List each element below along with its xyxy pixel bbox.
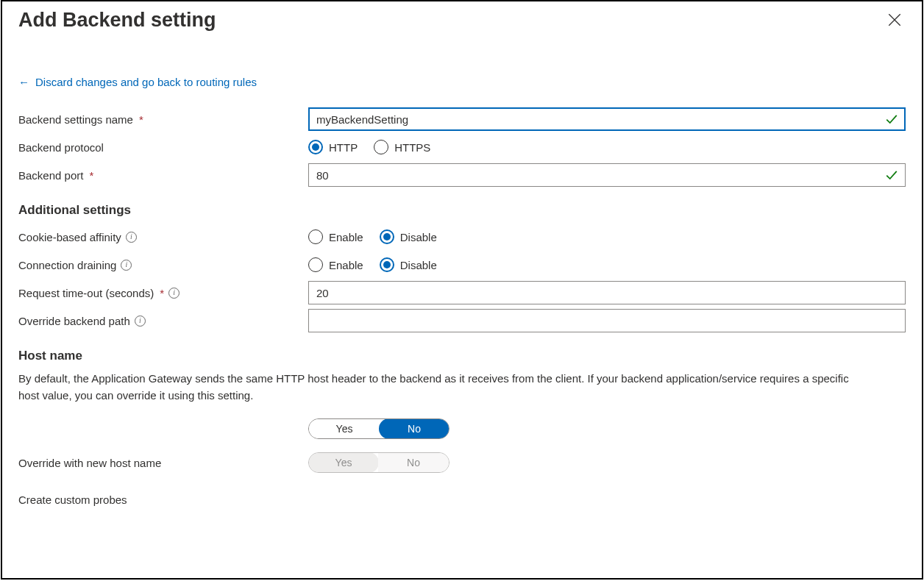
host-name-help-text: By default, the Application Gateway send… — [18, 371, 872, 404]
row-backend-settings-name: Backend settings name * — [18, 107, 906, 131]
hostname-override-yes[interactable]: Yes — [309, 419, 380, 438]
back-link-label: Discard changes and go back to routing r… — [35, 76, 257, 88]
request-timeout-input[interactable] — [308, 281, 906, 304]
row-request-timeout: Request time-out (seconds) * i — [18, 281, 906, 304]
required-mark: * — [139, 113, 143, 126]
host-name-heading: Host name — [18, 349, 906, 363]
connection-draining-enable-radio[interactable]: Enable — [308, 257, 363, 272]
row-hostname-override-toggle: Yes No — [18, 417, 906, 441]
cookie-affinity-enable-radio[interactable]: Enable — [308, 229, 363, 244]
hostname-override-no[interactable]: No — [379, 418, 449, 439]
protocol-https-radio[interactable]: HTTPS — [374, 140, 430, 154]
backend-protocol-radio-group: HTTP HTTPS — [308, 140, 906, 154]
info-icon[interactable]: i — [126, 232, 137, 243]
label-override-backend-path: Override backend path i — [18, 315, 308, 327]
info-icon[interactable]: i — [121, 260, 132, 271]
row-create-custom-probes: Create custom probes — [18, 488, 906, 511]
hostname-override-toggle: Yes No — [308, 418, 449, 439]
label-request-timeout: Request time-out (seconds) * i — [18, 287, 308, 299]
radio-icon — [380, 229, 394, 244]
label-backend-protocol: Backend protocol — [18, 141, 308, 154]
override-new-host-no: No — [378, 453, 449, 472]
backend-settings-name-input[interactable] — [308, 107, 906, 131]
connection-draining-disable-radio[interactable]: Disable — [380, 257, 437, 272]
required-mark: * — [89, 169, 93, 182]
label-connection-draining: Connection draining i — [18, 259, 308, 271]
label-override-new-host: Override with new host name — [18, 457, 308, 469]
info-icon[interactable]: i — [168, 288, 180, 299]
panel-title: Add Backend setting — [18, 9, 216, 32]
radio-icon — [308, 229, 323, 244]
radio-icon — [308, 257, 323, 272]
protocol-http-radio[interactable]: HTTP — [308, 140, 358, 154]
radio-icon — [374, 140, 388, 154]
row-override-backend-path: Override backend path i — [18, 309, 906, 332]
cookie-affinity-radio-group: Enable Disable — [308, 229, 906, 244]
radio-icon — [308, 140, 323, 154]
label-backend-port: Backend port * — [18, 169, 308, 182]
close-button[interactable] — [888, 6, 906, 29]
required-mark: * — [160, 287, 164, 299]
cookie-affinity-disable-radio[interactable]: Disable — [380, 229, 437, 244]
close-icon — [888, 13, 901, 26]
label-cookie-affinity: Cookie-based affinity i — [18, 231, 308, 243]
discard-back-link[interactable]: ← Discard changes and go back to routing… — [18, 76, 257, 88]
override-backend-path-input[interactable] — [308, 309, 906, 332]
row-backend-protocol: Backend protocol HTTP HTTPS — [18, 135, 906, 159]
override-new-host-yes: Yes — [308, 452, 379, 473]
row-cookie-affinity: Cookie-based affinity i Enable Disable — [18, 225, 906, 249]
info-icon[interactable]: i — [135, 316, 146, 327]
connection-draining-radio-group: Enable Disable — [308, 257, 906, 272]
radio-icon — [380, 257, 394, 272]
label-create-custom-probes: Create custom probes — [18, 493, 308, 506]
additional-settings-heading: Additional settings — [18, 203, 906, 218]
panel-header: Add Backend setting — [18, 6, 906, 38]
arrow-left-icon: ← — [18, 76, 29, 88]
override-new-host-toggle: Yes No — [308, 452, 449, 473]
backend-port-input[interactable] — [308, 163, 906, 187]
label-backend-settings-name: Backend settings name * — [18, 113, 308, 126]
row-backend-port: Backend port * — [18, 163, 906, 187]
row-connection-draining: Connection draining i Enable Disable — [18, 253, 906, 277]
row-override-new-host: Override with new host name Yes No — [18, 451, 906, 474]
add-backend-setting-panel: Add Backend setting ← Discard changes an… — [1, 0, 923, 580]
